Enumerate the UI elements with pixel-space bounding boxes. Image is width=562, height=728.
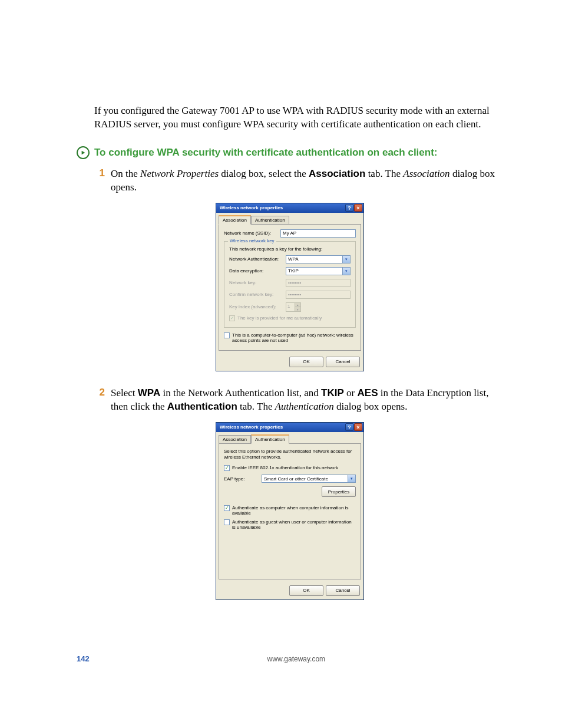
- dialog-title: Wireless network properties: [220, 205, 345, 210]
- step-2: 2 Select WPA in the Network Authenticati…: [94, 387, 503, 414]
- tab-association[interactable]: Association: [219, 215, 251, 225]
- confkey-label: Confirm network key:: [229, 292, 283, 297]
- properties-button[interactable]: Properties: [322, 486, 356, 497]
- ssid-input[interactable]: My AP: [280, 229, 356, 238]
- enable-8021x-row: ✓ Enable IEEE 802.1x authentication for …: [224, 465, 356, 471]
- netauth-label: Network Authentication:: [229, 256, 283, 262]
- intro-paragraph: If you configured the Gateway 7001 AP to…: [94, 104, 503, 131]
- tab-panel: Select this option to provide authentica…: [219, 443, 361, 579]
- netkey-input: ••••••••: [286, 279, 351, 287]
- tab-strip: Association Authentication: [216, 213, 363, 224]
- dataenc-label: Data encryption:: [229, 268, 283, 274]
- autokey-row: ✓ The key is provided for me automatical…: [229, 315, 351, 321]
- chevron-down-icon: ▾: [348, 475, 355, 482]
- cancel-button[interactable]: Cancel: [326, 585, 360, 596]
- ssid-label: Network name (SSID):: [224, 230, 278, 236]
- tab-authentication[interactable]: Authentication: [251, 216, 289, 225]
- tab-authentication[interactable]: Authentication: [251, 434, 289, 444]
- tab-panel: Network name (SSID): My AP Wireless netw…: [219, 224, 361, 351]
- authguest-row: Authenticate as guest when user or compu…: [224, 519, 356, 530]
- authguest-label: Authenticate as guest when user or compu…: [232, 519, 356, 530]
- dialog-titlebar: Wireless network properties ? ×: [216, 203, 363, 213]
- step-body: On the Network Properties dialog box, se…: [111, 167, 503, 195]
- dialog-title: Wireless network properties: [220, 424, 345, 430]
- confkey-input: ••••••••: [286, 291, 351, 299]
- ok-button[interactable]: OK: [289, 585, 323, 596]
- help-button[interactable]: ?: [345, 204, 353, 212]
- netauth-select[interactable]: WPA ▾: [286, 255, 351, 263]
- adhoc-row: This is a computer-to-computer (ad hoc) …: [224, 332, 356, 343]
- step-number: 2: [94, 387, 105, 414]
- tab-association[interactable]: Association: [219, 435, 251, 444]
- authcomp-checkbox[interactable]: ✓: [224, 505, 230, 511]
- keyidx-label: Key index (advanced):: [229, 304, 283, 309]
- key-hint: This network requires a key for the foll…: [229, 246, 351, 252]
- chevron-down-icon: ▾: [342, 256, 350, 263]
- fieldset-legend: Wireless network key: [228, 238, 276, 243]
- keyidx-spinner: 1 ▴▾: [286, 302, 301, 312]
- authguest-checkbox[interactable]: [224, 519, 230, 525]
- authcomp-row: ✓ Authenticate as computer when computer…: [224, 505, 356, 516]
- dataenc-select[interactable]: TKIP ▾: [286, 267, 351, 275]
- close-button[interactable]: ×: [354, 423, 362, 431]
- adhoc-label: This is a computer-to-computer (ad hoc) …: [232, 332, 356, 343]
- procedure-heading: To configure WPA security with certifica…: [77, 146, 503, 159]
- ok-button[interactable]: OK: [289, 357, 323, 367]
- dialog-titlebar: Wireless network properties ? ×: [216, 423, 363, 432]
- dialog-association: Wireless network properties ? × Associat…: [216, 203, 364, 371]
- heading-text: To configure WPA security with certifica…: [94, 147, 438, 159]
- adhoc-checkbox[interactable]: [224, 332, 230, 338]
- step-1: 1 On the Network Properties dialog box, …: [94, 167, 503, 195]
- step-number: 1: [94, 167, 105, 195]
- enable-8021x-label: Enable IEEE 802.1x authentication for th…: [232, 465, 338, 470]
- auth-description: Select this option to provide authentica…: [224, 449, 356, 461]
- play-icon: [77, 146, 90, 159]
- close-button[interactable]: ×: [354, 204, 362, 212]
- eaptype-select[interactable]: Smart Card or other Certificate ▾: [262, 475, 356, 483]
- footer-url: www.gateway.com: [90, 655, 503, 663]
- wireless-key-fieldset: Wireless network key This network requir…: [224, 241, 356, 328]
- dialog-authentication: Wireless network properties ? × Associat…: [216, 422, 364, 600]
- step-body: Select WPA in the Network Authentication…: [111, 387, 503, 414]
- cancel-button[interactable]: Cancel: [326, 357, 360, 367]
- enable-8021x-checkbox[interactable]: ✓: [224, 465, 230, 471]
- page-footer: 142 www.gateway.com: [77, 654, 503, 663]
- authcomp-label: Authenticate as computer when computer i…: [232, 505, 356, 516]
- help-button[interactable]: ?: [345, 423, 353, 431]
- eaptype-label: EAP type:: [224, 476, 259, 482]
- svg-marker-0: [82, 151, 85, 154]
- autokey-label: The key is provided for me automatically: [237, 315, 322, 321]
- netkey-label: Network key:: [229, 280, 283, 285]
- chevron-down-icon: ▾: [342, 268, 350, 275]
- autokey-checkbox: ✓: [229, 315, 235, 321]
- tab-strip: Association Authentication: [216, 432, 363, 443]
- page-number: 142: [77, 654, 90, 663]
